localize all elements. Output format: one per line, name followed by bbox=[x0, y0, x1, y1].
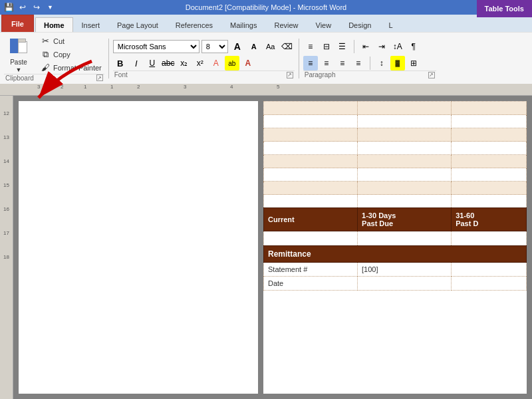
tab-home[interactable]: Home bbox=[35, 17, 73, 32]
cut-icon: ✂ bbox=[40, 37, 51, 46]
line-spacing-button[interactable]: ↕ bbox=[374, 56, 389, 70]
decrease-font-button[interactable]: A bbox=[247, 39, 261, 54]
tab-review[interactable]: Review bbox=[265, 17, 307, 32]
borders-button[interactable]: ⊞ bbox=[406, 56, 421, 70]
decrease-indent-button[interactable]: ⇤ bbox=[358, 39, 373, 54]
table-row bbox=[264, 182, 527, 195]
table-tools-tab[interactable]: Table Tools bbox=[477, 0, 533, 17]
clipboard-expand-button[interactable]: ↗ bbox=[96, 74, 103, 81]
underline-button[interactable]: U bbox=[145, 56, 160, 70]
content-area: 12 13 14 15 16 17 18 bbox=[0, 96, 532, 399]
ribbon-tabs: File Home Insert Page Layout References … bbox=[0, 15, 532, 32]
bold-button[interactable]: B bbox=[113, 56, 128, 70]
undo-button[interactable]: ↩ bbox=[17, 2, 29, 13]
cut-button[interactable]: ✂ Cut bbox=[37, 35, 104, 47]
para-separator2 bbox=[370, 57, 370, 70]
justify-button[interactable]: ≡ bbox=[351, 56, 366, 70]
tab-references[interactable]: References bbox=[167, 17, 221, 32]
align-center-button[interactable]: ≡ bbox=[319, 56, 334, 70]
redo-button[interactable]: ↪ bbox=[31, 2, 43, 13]
font-expand-button[interactable]: ↗ bbox=[287, 72, 293, 78]
past-due-2-col-header: 31-60Past D bbox=[452, 208, 527, 231]
paste-label: Paste bbox=[10, 59, 27, 66]
table-row bbox=[264, 155, 527, 168]
clipboard-group: Paste ▼ ✂ Cut ⧉ Copy 🖌 bbox=[4, 35, 104, 82]
ribbon-toolbar: Paste ▼ ✂ Cut ⧉ Copy 🖌 bbox=[0, 32, 532, 84]
tab-design[interactable]: Design bbox=[340, 17, 380, 32]
tab-view[interactable]: View bbox=[307, 17, 340, 32]
copy-icon: ⧉ bbox=[40, 50, 51, 59]
tab-l[interactable]: L bbox=[380, 17, 401, 32]
superscript-button[interactable]: x² bbox=[193, 56, 207, 70]
date-row: Date bbox=[264, 277, 527, 291]
font-size-select[interactable]: 8 bbox=[201, 40, 228, 53]
vertical-ruler: 12 13 14 15 16 17 18 bbox=[0, 96, 13, 399]
paragraph-group-footer: Paragraph ↗ bbox=[303, 70, 436, 78]
font-group-footer: Font ↗ bbox=[113, 70, 295, 78]
multilevel-list-button[interactable]: ☰ bbox=[335, 39, 350, 54]
text-effect-button[interactable]: A bbox=[209, 56, 223, 70]
shading-button[interactable]: ▓ bbox=[390, 56, 405, 70]
text-highlight-button[interactable]: ab bbox=[225, 56, 239, 70]
table-row bbox=[264, 115, 527, 128]
table-row bbox=[264, 168, 527, 182]
numbering-button[interactable]: ⊟ bbox=[319, 39, 334, 54]
tab-page-layout[interactable]: Page Layout bbox=[108, 17, 167, 32]
subscript-button[interactable]: x₂ bbox=[177, 56, 192, 70]
font-color-button[interactable]: A bbox=[241, 56, 255, 70]
table-row bbox=[264, 195, 527, 208]
current-col-header: Current bbox=[264, 208, 358, 231]
separator-1 bbox=[108, 39, 109, 78]
date-label: Date bbox=[264, 277, 358, 291]
save-button[interactable]: 💾 bbox=[3, 2, 15, 13]
paragraph-group: ≡ ⊟ ☰ ⇤ ⇥ ↕A ¶ ≡ ≡ ≡ ≡ ↕ ▓ bbox=[303, 38, 436, 78]
table-row bbox=[264, 142, 527, 155]
statement-label: Statement # bbox=[264, 263, 358, 277]
increase-indent-button[interactable]: ⇥ bbox=[374, 39, 389, 54]
separator-2 bbox=[299, 39, 299, 78]
italic-button[interactable]: I bbox=[129, 56, 144, 70]
horizontal-ruler: 3 2 1 1 2 3 4 5 bbox=[0, 84, 532, 96]
statement-row: Statement # [100] bbox=[264, 263, 527, 277]
copy-button[interactable]: ⧉ Copy bbox=[37, 49, 104, 61]
format-painter-button[interactable]: 🖌 Format Painter bbox=[37, 62, 104, 74]
show-hide-button[interactable]: ¶ bbox=[406, 39, 421, 54]
billing-table: Current 1-30 DaysPast Due 31-60Past D Re… bbox=[263, 101, 527, 291]
paragraph-expand-button[interactable]: ↗ bbox=[428, 72, 435, 78]
small-clipboard-buttons: ✂ Cut ⧉ Copy 🖌 Format Painter bbox=[37, 35, 104, 74]
increase-font-button[interactable]: A bbox=[230, 39, 245, 54]
document-page-right[interactable]: Current 1-30 DaysPast Due 31-60Past D Re… bbox=[263, 101, 527, 394]
strikethrough-button[interactable]: abc bbox=[161, 56, 176, 70]
clipboard-group-footer: Clipboard ↗ bbox=[4, 74, 104, 82]
title-bar: 💾 ↩ ↪ ▼ Document2 [Compatibility Mode] -… bbox=[0, 0, 532, 15]
table-row bbox=[264, 102, 527, 115]
window-title: Document2 [Compatibility Mode] - Microso… bbox=[186, 3, 347, 11]
clear-format-button[interactable]: ⌫ bbox=[280, 39, 295, 54]
tab-mailings[interactable]: Mailings bbox=[221, 17, 265, 32]
table-row bbox=[264, 231, 527, 246]
remittance-header-cell: Remittance bbox=[264, 246, 527, 263]
statement-value: [100] bbox=[358, 263, 452, 277]
paste-button[interactable]: Paste bbox=[4, 35, 33, 67]
table-row bbox=[264, 128, 527, 142]
para-separator bbox=[354, 40, 354, 53]
sort-button[interactable]: ↕A bbox=[390, 39, 405, 54]
document-page-left[interactable] bbox=[19, 101, 258, 394]
align-left-button[interactable]: ≡ bbox=[303, 56, 318, 70]
change-case-button[interactable]: Aa bbox=[263, 39, 278, 54]
past-due-1-col-header: 1-30 DaysPast Due bbox=[358, 208, 452, 231]
tab-file[interactable]: File bbox=[1, 15, 34, 32]
align-right-button[interactable]: ≡ bbox=[335, 56, 350, 70]
format-painter-icon: 🖌 bbox=[40, 63, 51, 72]
tab-insert[interactable]: Insert bbox=[73, 17, 109, 32]
remittance-header-row: Remittance bbox=[264, 246, 527, 263]
font-name-select[interactable]: Microsoft Sans bbox=[113, 40, 200, 53]
bullets-button[interactable]: ≡ bbox=[303, 39, 318, 54]
font-group: Microsoft Sans 8 A A Aa ⌫ B I U abc x₂ bbox=[113, 38, 295, 78]
document-workspace: Current 1-30 DaysPast Due 31-60Past D Re… bbox=[13, 96, 532, 399]
aging-header-row: Current 1-30 DaysPast Due 31-60Past D bbox=[264, 208, 527, 231]
